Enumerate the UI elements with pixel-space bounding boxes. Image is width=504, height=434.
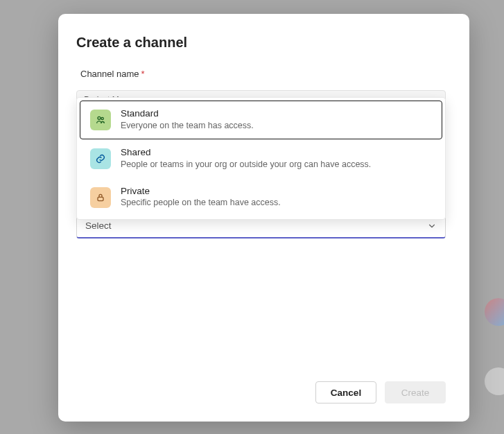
svg-point-1 — [101, 117, 103, 119]
option-title: Standard — [121, 108, 254, 120]
channel-type-field: Project M Standard Everyone on the team … — [76, 83, 446, 208]
chevron-down-icon — [427, 221, 437, 231]
option-texts: Private Specific people on the team have… — [121, 186, 281, 209]
option-standard[interactable]: Standard Everyone on the team has access… — [80, 101, 442, 139]
option-texts: Shared People or teams in your org or ou… — [121, 147, 371, 171]
lock-icon — [90, 187, 111, 208]
option-desc: Specific people on the team have access. — [121, 197, 281, 209]
dialog-footer: Cancel Create — [76, 381, 446, 403]
people-icon — [90, 110, 111, 130]
option-desc: People or teams in your org or outside y… — [121, 159, 371, 171]
channel-name-label: Channel name* — [80, 69, 446, 79]
option-texts: Standard Everyone on the team has access… — [121, 108, 254, 132]
background-decor — [485, 367, 504, 395]
create-channel-dialog: Create a channel Channel name* Project M… — [58, 14, 469, 422]
svg-rect-2 — [98, 197, 103, 200]
cancel-button[interactable]: Cancel — [315, 381, 376, 403]
svg-point-0 — [98, 116, 101, 119]
dialog-title: Create a channel — [76, 35, 446, 51]
select-placeholder: Select — [85, 220, 112, 231]
create-button[interactable]: Create — [385, 381, 446, 403]
option-private[interactable]: Private Specific people on the team have… — [80, 178, 442, 217]
option-desc: Everyone on the team has access. — [121, 120, 254, 132]
channel-type-dropdown: Standard Everyone on the team has access… — [76, 97, 446, 220]
required-marker: * — [141, 69, 145, 79]
link-icon — [90, 148, 111, 169]
option-title: Private — [121, 186, 281, 198]
background-decor — [485, 298, 504, 326]
label-text: Channel name — [80, 69, 139, 79]
option-title: Shared — [121, 147, 371, 159]
option-shared[interactable]: Shared People or teams in your org or ou… — [80, 139, 442, 178]
